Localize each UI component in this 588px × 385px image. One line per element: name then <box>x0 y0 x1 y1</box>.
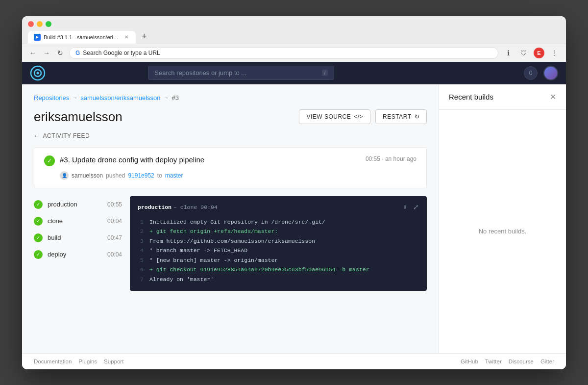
close-window-button[interactable] <box>28 21 34 27</box>
terminal-line-4: 4 * branch master -> FETCH_HEAD <box>138 246 419 256</box>
menu-button[interactable]: ⋮ <box>548 47 560 59</box>
terminal-download-icon[interactable]: ⬇ <box>403 203 407 211</box>
terminal-expand-icon[interactable]: ⤢ <box>413 203 419 211</box>
step-success-icon-build: ✓ <box>34 233 43 242</box>
build-header: ✓ #3. Update drone config with deploy pi… <box>44 155 416 166</box>
extensions-button[interactable]: ℹ <box>502 47 514 59</box>
line-number: 6 <box>138 265 144 275</box>
user-avatar[interactable] <box>543 66 558 80</box>
line-number: 1 <box>138 217 144 227</box>
build-time-right: 00:55 · an hour ago <box>366 155 416 162</box>
tab-favicon-icon: ▶ <box>34 34 41 41</box>
maximize-window-button[interactable] <box>46 21 51 27</box>
line-text: Initialized empty Git repository in /dro… <box>149 217 325 227</box>
breadcrumb-arrow-1: → <box>72 95 77 101</box>
footer-discourse-link[interactable]: Discourse <box>509 359 534 364</box>
footer-support-link[interactable]: Support <box>104 359 123 364</box>
step-duration-deploy: 00:04 <box>107 251 122 258</box>
build-separator: · <box>382 155 385 162</box>
notification-badge[interactable]: 0 <box>524 66 538 80</box>
terminal-line-6: 6 + git checkout 9191e9528854a64a6720b9e… <box>138 265 419 275</box>
restart-label: RESTART <box>383 113 411 120</box>
line-text: From https://github.com/samuelsson/eriks… <box>149 236 315 246</box>
commit-hash[interactable]: 9191e952 <box>128 172 154 179</box>
line-number: 3 <box>138 236 144 246</box>
line-number: 4 <box>138 246 144 256</box>
forward-button[interactable]: → <box>42 48 51 58</box>
app-logo-icon <box>30 65 46 81</box>
terminal-header: production – clone 00:04 ⬇ ⤢ <box>138 203 419 211</box>
terminal-line-5: 5 * [new branch] master -> origin/master <box>138 256 419 265</box>
breadcrumb-repo[interactable]: samuelsson/eriksamuelsson <box>80 94 160 102</box>
breadcrumb-arrow-2: → <box>164 95 169 101</box>
tabs-bar: ▶ Build #3.1.1 - samuelsson/eriks... ✕ + <box>28 31 560 44</box>
notification-count: 0 <box>529 70 533 77</box>
panel-header: Recent builds ✕ <box>439 84 566 110</box>
chrome-user-avatar[interactable]: E <box>534 48 544 58</box>
address-bar-row: ← → ↻ G Search Google or type a URL ℹ 🛡 … <box>22 44 566 62</box>
browser-window: ▶ Build #3.1.1 - samuelsson/eriks... ✕ +… <box>22 16 566 369</box>
minimize-window-button[interactable] <box>37 21 43 27</box>
footer-github-link[interactable]: GitHub <box>461 359 478 364</box>
step-item-clone[interactable]: ✓ clone 00:04 <box>34 213 122 230</box>
footer-twitter-link[interactable]: Twitter <box>485 359 502 364</box>
to-label: to <box>157 172 162 179</box>
build-card: ✓ #3. Update drone config with deploy pi… <box>34 147 427 188</box>
app-content: Search repositories or jump to ... / 0 R… <box>22 62 566 369</box>
tab-close-button[interactable]: ✕ <box>123 34 130 41</box>
view-source-label: VIEW SOURCE <box>306 113 351 120</box>
line-text: * [new branch] master -> origin/master <box>149 256 278 265</box>
commit-branch[interactable]: master <box>165 172 183 179</box>
step-success-icon-clone: ✓ <box>34 217 43 226</box>
browser-actions: ℹ 🛡 E ⋮ <box>502 47 560 59</box>
breadcrumb-repositories[interactable]: Repositories <box>34 94 69 102</box>
footer-links-left: Documentation Plugins Support <box>34 359 123 364</box>
no-recent-builds-text: No recent builds. <box>479 228 527 235</box>
google-icon: G <box>75 50 80 56</box>
line-text: * branch master -> FETCH_HEAD <box>149 246 247 256</box>
search-shortcut-key: / <box>322 70 328 76</box>
terminal-actions: ⬇ ⤢ <box>403 203 419 211</box>
terminal-title: production <box>138 204 172 210</box>
browser-tab-active[interactable]: ▶ Build #3.1.1 - samuelsson/eriks... ✕ <box>28 31 136 44</box>
footer-links-right: GitHub Twitter Discourse Gitter <box>461 359 554 364</box>
build-title: #3. Update drone config with deploy pipe… <box>60 155 204 164</box>
terminal-line-2: 2 + git fetch origin +refs/heads/master: <box>138 227 419 236</box>
search-bar-placeholder: Search repositories or jump to ... <box>154 69 246 77</box>
step-duration-build: 00:47 <box>107 234 122 241</box>
terminal-subtitle: – clone 00:04 <box>173 204 218 210</box>
build-meta: 👤 samuelsson pushed 9191e952 to master <box>60 171 416 180</box>
activity-feed-link[interactable]: ← ACTIVITY FEED <box>34 132 427 139</box>
browser-chrome: ▶ Build #3.1.1 - samuelsson/eriks... ✕ + <box>22 16 566 44</box>
search-bar[interactable]: Search repositories or jump to ... / <box>148 66 334 80</box>
panel-close-button[interactable]: ✕ <box>550 92 556 102</box>
step-item-build[interactable]: ✓ build 00:47 <box>34 230 122 246</box>
step-duration-production: 00:55 <box>107 201 122 208</box>
step-item-production[interactable]: ✓ production 00:55 <box>34 196 122 213</box>
shield-icon[interactable]: 🛡 <box>518 47 530 59</box>
new-tab-button[interactable]: + <box>138 31 151 42</box>
main-area: Repositories → samuelsson/eriksamuelsson… <box>22 84 566 353</box>
repo-title: eriksamuelsson <box>34 109 122 125</box>
footer-gitter-link[interactable]: Gitter <box>540 359 554 364</box>
line-text: + git checkout 9191e9528854a64a6720b9ee0… <box>149 265 369 275</box>
back-button[interactable]: ← <box>28 48 38 58</box>
footer-plugins-link[interactable]: Plugins <box>78 359 97 364</box>
view-source-button[interactable]: VIEW SOURCE </> <box>299 109 370 124</box>
breadcrumb: Repositories → samuelsson/eriksamuelsson… <box>34 94 427 102</box>
step-success-icon-deploy: ✓ <box>34 250 43 259</box>
restart-icon: ↻ <box>415 113 420 120</box>
step-name-deploy: deploy <box>48 251 102 258</box>
panel-body: No recent builds. <box>439 110 566 353</box>
restart-button[interactable]: RESTART ↻ <box>375 109 427 124</box>
terminal-line-7: 7 Already on 'master' <box>138 275 419 284</box>
commit-author: samuelsson <box>72 172 103 179</box>
address-input[interactable]: G Search Google or type a URL <box>69 47 498 59</box>
breadcrumb-build: #3 <box>172 94 179 102</box>
code-icon: </> <box>354 113 363 120</box>
header-buttons: VIEW SOURCE </> RESTART ↻ <box>299 109 427 124</box>
step-item-deploy[interactable]: ✓ deploy 00:04 <box>34 246 122 263</box>
refresh-button[interactable]: ↻ <box>55 48 65 58</box>
pushed-label: pushed <box>106 172 125 179</box>
footer-documentation-link[interactable]: Documentation <box>34 359 72 364</box>
